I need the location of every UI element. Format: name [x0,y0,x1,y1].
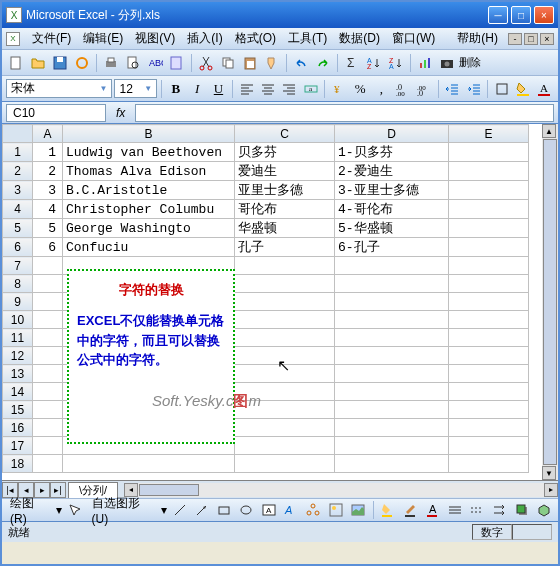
row-header[interactable]: 11 [3,329,33,347]
cell[interactable]: 5 [33,219,63,238]
open-icon[interactable] [28,53,48,73]
italic-button[interactable]: I [188,79,207,99]
cell[interactable] [235,329,335,347]
col-header-b[interactable]: B [63,125,235,143]
cell[interactable] [449,257,529,275]
arrow-style-icon[interactable] [490,500,509,520]
cell[interactable] [335,401,449,419]
cell[interactable] [335,383,449,401]
currency-icon[interactable]: ¥ [329,79,348,99]
scroll-right-button[interactable]: ▸ [544,483,558,497]
cell[interactable] [449,200,529,219]
3d-icon[interactable] [535,500,554,520]
cell[interactable] [33,257,63,275]
select-arrow-icon[interactable] [65,500,84,520]
row-header[interactable]: 8 [3,275,33,293]
cell[interactable] [235,275,335,293]
align-left-icon[interactable] [237,79,256,99]
close-button[interactable]: × [534,6,554,24]
cell[interactable] [33,275,63,293]
chart-icon[interactable] [415,53,435,73]
cell[interactable]: 2 [33,162,63,181]
print-icon[interactable] [101,53,121,73]
vscroll-thumb[interactable] [543,139,557,465]
cell[interactable] [33,437,63,455]
col-header-a[interactable]: A [33,125,63,143]
cell[interactable]: 2-爱迪生 [335,162,449,181]
cell[interactable]: 6-孔子 [335,238,449,257]
cell[interactable] [449,383,529,401]
font-color-draw-icon[interactable]: A [423,500,442,520]
doc-minimize-button[interactable]: - [508,33,522,45]
text-box[interactable]: 字符的替换 EXCEL不仅能替换单元格中的字符，而且可以替换公式中的字符。 [67,269,235,444]
cell[interactable] [335,293,449,311]
cell[interactable] [449,238,529,257]
cell[interactable]: 爱迪生 [235,162,335,181]
copy-icon[interactable] [218,53,238,73]
row-header[interactable]: 16 [3,419,33,437]
row-header[interactable]: 5 [3,219,33,238]
row-header[interactable]: 4 [3,200,33,219]
workbook-icon[interactable]: X [6,32,20,46]
increase-indent-icon[interactable] [464,79,483,99]
menu-data[interactable]: 数据(D) [333,28,386,49]
row-header[interactable]: 18 [3,455,33,473]
bold-button[interactable]: B [166,79,185,99]
decrease-indent-icon[interactable] [443,79,462,99]
cell[interactable] [449,311,529,329]
wordart-icon[interactable]: A [281,500,300,520]
cell[interactable]: 亚里士多德 [235,181,335,200]
spell-icon[interactable]: ABC [145,53,165,73]
formula-input[interactable] [135,104,554,122]
cell[interactable]: 6 [33,238,63,257]
maximize-button[interactable]: □ [511,6,531,24]
decrease-decimal-icon[interactable]: .00.0 [414,79,433,99]
cell[interactable] [33,455,63,473]
cell[interactable] [449,401,529,419]
percent-icon[interactable]: % [351,79,370,99]
line-color-icon[interactable] [401,500,420,520]
select-all-corner[interactable] [3,125,33,143]
menu-file[interactable]: 文件(F) [26,28,77,49]
fill-color-draw-icon[interactable] [379,500,398,520]
new-icon[interactable] [6,53,26,73]
fx-label[interactable]: fx [116,106,125,120]
cell[interactable] [335,311,449,329]
cell[interactable] [235,455,335,473]
preview-icon[interactable] [123,53,143,73]
minimize-button[interactable]: ─ [488,6,508,24]
draw-menu[interactable]: 绘图(R) [6,495,53,526]
cell[interactable] [335,347,449,365]
cell[interactable] [235,401,335,419]
cell[interactable] [33,329,63,347]
vertical-scrollbar[interactable]: ▲ ▼ [542,124,558,480]
rect-icon[interactable] [215,500,234,520]
row-header[interactable]: 14 [3,383,33,401]
col-header-e[interactable]: E [449,125,529,143]
comma-icon[interactable]: , [372,79,391,99]
row-header[interactable]: 7 [3,257,33,275]
sort-asc-icon[interactable]: AZ [364,53,384,73]
picture-icon[interactable] [348,500,367,520]
redo-icon[interactable] [313,53,333,73]
cell[interactable] [235,347,335,365]
doc-restore-button[interactable]: □ [524,33,538,45]
borders-icon[interactable] [492,79,511,99]
save-icon[interactable] [50,53,70,73]
increase-decimal-icon[interactable]: .0.00 [393,79,412,99]
row-header[interactable]: 13 [3,365,33,383]
menu-help[interactable]: 帮助(H) [451,28,504,49]
cell[interactable]: 华盛顿 [235,219,335,238]
cell[interactable]: 1 [33,143,63,162]
autosum-icon[interactable]: Σ [342,53,362,73]
row-header[interactable]: 3 [3,181,33,200]
cell[interactable] [33,365,63,383]
col-header-d[interactable]: D [335,125,449,143]
cell[interactable]: B.C.Aristotle [63,181,235,200]
cell[interactable] [335,275,449,293]
cell[interactable]: 4 [33,200,63,219]
underline-button[interactable]: U [209,79,228,99]
row-header[interactable]: 2 [3,162,33,181]
cell[interactable]: 贝多芬 [235,143,335,162]
cell[interactable] [335,329,449,347]
